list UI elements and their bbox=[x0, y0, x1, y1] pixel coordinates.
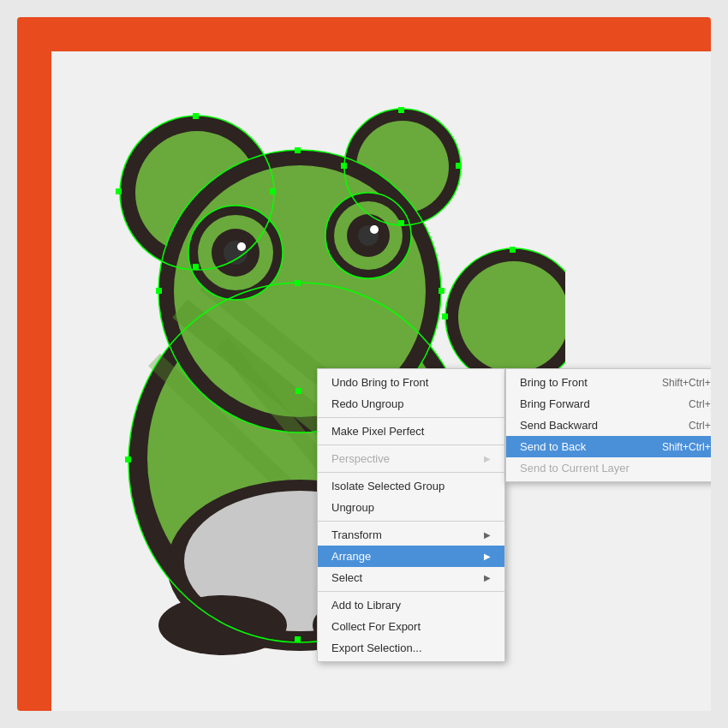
menu-item-collect-for-export[interactable]: Collect For Export bbox=[318, 616, 504, 637]
context-menu: Undo Bring to Front Redo Ungroup Make Pi… bbox=[317, 368, 505, 662]
separator-5 bbox=[318, 591, 504, 592]
svg-rect-41 bbox=[439, 288, 445, 294]
separator-2 bbox=[318, 445, 504, 445]
submenu-arrange: Bring to Front Shift+Ctrl+] Bring Forwar… bbox=[505, 368, 711, 482]
svg-point-18 bbox=[237, 242, 246, 251]
menu-item-export-selection[interactable]: Export Selection... bbox=[318, 637, 504, 659]
menu-item-redo-ungroup[interactable]: Redo Ungroup bbox=[318, 393, 504, 415]
svg-rect-49 bbox=[398, 220, 404, 226]
menu-item-add-to-library[interactable]: Add to Library bbox=[318, 594, 504, 616]
svg-rect-45 bbox=[193, 264, 199, 270]
menu-item-undo-bring-to-front[interactable]: Undo Bring to Front bbox=[318, 372, 504, 393]
arrow-icon-perspective: ▶ bbox=[484, 454, 491, 463]
svg-rect-46 bbox=[398, 107, 404, 113]
svg-rect-43 bbox=[116, 188, 122, 194]
arrow-icon-select: ▶ bbox=[484, 573, 491, 582]
svg-rect-48 bbox=[456, 163, 462, 169]
svg-rect-54 bbox=[295, 388, 301, 394]
svg-rect-51 bbox=[442, 313, 448, 319]
svg-rect-38 bbox=[295, 636, 301, 642]
menu-item-transform[interactable]: Transform ▶ bbox=[318, 524, 504, 546]
menu-item-isolate-selected-group[interactable]: Isolate Selected Group bbox=[318, 475, 504, 497]
separator-1 bbox=[318, 417, 504, 418]
svg-point-9 bbox=[458, 261, 565, 373]
menu-item-perspective[interactable]: Perspective ▶ bbox=[318, 448, 504, 469]
svg-rect-39 bbox=[295, 147, 301, 153]
svg-point-26 bbox=[158, 595, 287, 655]
svg-rect-47 bbox=[341, 163, 347, 169]
svg-rect-40 bbox=[156, 288, 162, 294]
menu-item-make-pixel-perfect[interactable]: Make Pixel Perfect bbox=[318, 421, 504, 442]
submenu-item-bring-to-front[interactable]: Bring to Front Shift+Ctrl+] bbox=[506, 372, 711, 393]
menu-item-select[interactable]: Select ▶ bbox=[318, 567, 504, 588]
submenu-item-send-to-back[interactable]: Send to Back Shift+Ctrl+[ bbox=[506, 436, 711, 457]
svg-point-23 bbox=[370, 225, 379, 234]
svg-rect-50 bbox=[510, 247, 516, 253]
svg-rect-44 bbox=[270, 188, 276, 194]
arrow-icon-arrange: ▶ bbox=[484, 552, 491, 561]
svg-rect-35 bbox=[295, 280, 301, 286]
menu-item-ungroup[interactable]: Ungroup bbox=[318, 497, 504, 518]
separator-4 bbox=[318, 521, 504, 522]
separator-3 bbox=[318, 472, 504, 473]
arrow-icon-transform: ▶ bbox=[484, 530, 491, 540]
submenu-item-send-backward[interactable]: Send Backward Ctrl+[ bbox=[506, 415, 711, 436]
svg-rect-42 bbox=[193, 113, 199, 119]
svg-rect-36 bbox=[125, 456, 131, 462]
menu-item-arrange[interactable]: Arrange ▶ bbox=[318, 546, 504, 567]
submenu-item-bring-forward[interactable]: Bring Forward Ctrl+] bbox=[506, 393, 711, 415]
canvas-area: Undo Bring to Front Redo Ungroup Make Pi… bbox=[51, 51, 711, 711]
submenu-item-send-to-current-layer[interactable]: Send to Current Layer bbox=[506, 457, 711, 479]
outer-border: Undo Bring to Front Redo Ungroup Make Pi… bbox=[17, 17, 711, 711]
